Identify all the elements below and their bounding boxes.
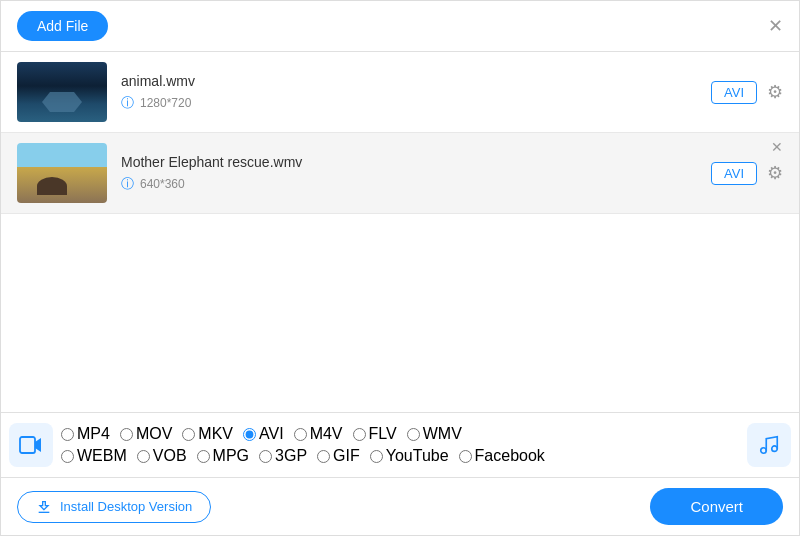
format-radio-vob[interactable] bbox=[137, 450, 150, 463]
format-option-mpg[interactable]: MPG bbox=[197, 447, 249, 465]
format-option-mkv[interactable]: MKV bbox=[182, 425, 233, 443]
file-actions: AVI ⚙ bbox=[711, 81, 783, 104]
format-radio-wmv[interactable] bbox=[407, 428, 420, 441]
install-desktop-button[interactable]: Install Desktop Version bbox=[17, 491, 211, 523]
format-option-webm[interactable]: WEBM bbox=[61, 447, 127, 465]
format-row-1: MP4 MOV MKV AVI M4V FLV WM bbox=[61, 425, 739, 443]
format-row-2: WEBM VOB MPG 3GP GIF YouTube bbox=[61, 447, 739, 465]
format-option-3gp[interactable]: 3GP bbox=[259, 447, 307, 465]
file-info: Mother Elephant rescue.wmv ⓘ 640*360 bbox=[121, 154, 697, 193]
settings-button[interactable]: ⚙ bbox=[767, 164, 783, 182]
install-label: Install Desktop Version bbox=[60, 499, 192, 514]
file-thumbnail bbox=[17, 62, 107, 122]
format-radio-webm[interactable] bbox=[61, 450, 74, 463]
video-icon bbox=[19, 433, 43, 457]
format-radio-m4v[interactable] bbox=[294, 428, 307, 441]
format-option-m4v[interactable]: M4V bbox=[294, 425, 343, 443]
header: Add File ✕ bbox=[1, 1, 799, 51]
format-radio-mp4[interactable] bbox=[61, 428, 74, 441]
info-icon: ⓘ bbox=[121, 175, 134, 193]
format-option-mov[interactable]: MOV bbox=[120, 425, 172, 443]
format-option-youtube[interactable]: YouTube bbox=[370, 447, 449, 465]
file-list: animal.wmv ⓘ 1280*720 AVI ⚙ Mother Eleph… bbox=[1, 52, 799, 214]
format-radio-gif[interactable] bbox=[317, 450, 330, 463]
format-bar: MP4 MOV MKV AVI M4V FLV WM bbox=[1, 413, 799, 478]
add-file-button[interactable]: Add File bbox=[17, 11, 108, 41]
format-option-gif[interactable]: GIF bbox=[317, 447, 360, 465]
file-item: Mother Elephant rescue.wmv ⓘ 640*360 AVI… bbox=[1, 133, 799, 214]
svg-point-2 bbox=[772, 446, 778, 452]
format-options: MP4 MOV MKV AVI M4V FLV WM bbox=[61, 425, 739, 465]
format-radio-flv[interactable] bbox=[353, 428, 366, 441]
file-name: animal.wmv bbox=[121, 73, 697, 89]
item-close-button[interactable]: ✕ bbox=[771, 139, 783, 155]
format-option-facebook[interactable]: Facebook bbox=[459, 447, 545, 465]
format-option-vob[interactable]: VOB bbox=[137, 447, 187, 465]
file-resolution: 640*360 bbox=[140, 177, 185, 191]
svg-point-1 bbox=[761, 448, 767, 454]
format-option-avi[interactable]: AVI bbox=[243, 425, 284, 443]
window-close-button[interactable]: ✕ bbox=[768, 17, 783, 35]
file-actions: AVI ⚙ bbox=[711, 162, 783, 185]
format-radio-youtube[interactable] bbox=[370, 450, 383, 463]
format-radio-avi[interactable] bbox=[243, 428, 256, 441]
video-format-button[interactable] bbox=[9, 423, 53, 467]
convert-button[interactable]: Convert bbox=[650, 488, 783, 525]
file-thumbnail bbox=[17, 143, 107, 203]
info-icon: ⓘ bbox=[121, 94, 134, 112]
content-area bbox=[1, 214, 799, 394]
format-option-mp4[interactable]: MP4 bbox=[61, 425, 110, 443]
settings-button[interactable]: ⚙ bbox=[767, 83, 783, 101]
format-option-wmv[interactable]: WMV bbox=[407, 425, 462, 443]
file-resolution: 1280*720 bbox=[140, 96, 191, 110]
file-item: animal.wmv ⓘ 1280*720 AVI ⚙ bbox=[1, 52, 799, 133]
bottom-panel: MP4 MOV MKV AVI M4V FLV WM bbox=[1, 412, 799, 535]
format-option-flv[interactable]: FLV bbox=[353, 425, 397, 443]
music-icon bbox=[758, 434, 780, 456]
format-radio-mpg[interactable] bbox=[197, 450, 210, 463]
format-radio-mov[interactable] bbox=[120, 428, 133, 441]
svg-rect-0 bbox=[20, 437, 35, 453]
download-icon bbox=[36, 499, 52, 515]
format-radio-facebook[interactable] bbox=[459, 450, 472, 463]
file-info: animal.wmv ⓘ 1280*720 bbox=[121, 73, 697, 112]
file-meta: ⓘ 640*360 bbox=[121, 175, 697, 193]
format-badge[interactable]: AVI bbox=[711, 162, 757, 185]
format-radio-3gp[interactable] bbox=[259, 450, 272, 463]
file-meta: ⓘ 1280*720 bbox=[121, 94, 697, 112]
action-bar: Install Desktop Version Convert bbox=[1, 478, 799, 535]
file-name: Mother Elephant rescue.wmv bbox=[121, 154, 697, 170]
audio-format-button[interactable] bbox=[747, 423, 791, 467]
format-radio-mkv[interactable] bbox=[182, 428, 195, 441]
format-badge[interactable]: AVI bbox=[711, 81, 757, 104]
